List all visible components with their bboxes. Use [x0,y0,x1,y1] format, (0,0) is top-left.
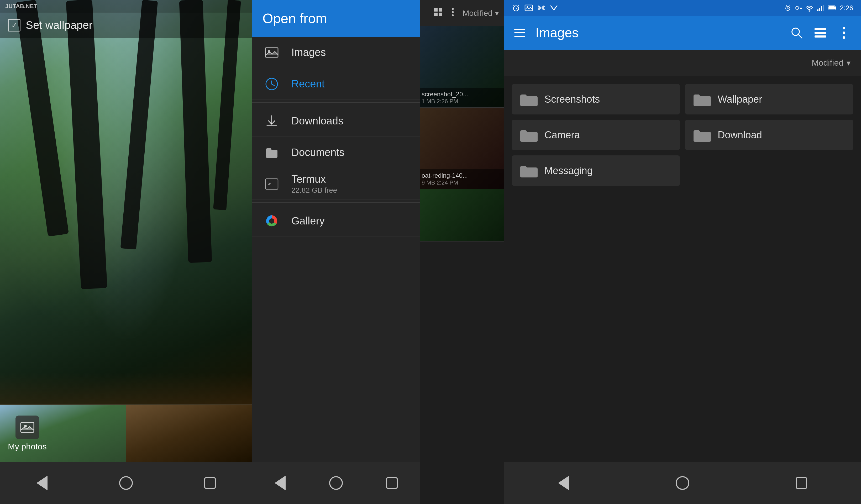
list-view-button[interactable] [811,24,830,42]
my-photos-icon [15,416,39,439]
hamburger-icon [514,29,525,37]
svg-point-36 [809,11,810,12]
svg-rect-42 [835,7,836,9]
svg-rect-4 [434,13,438,16]
recents-button-p1[interactable] [201,474,219,492]
svg-line-13 [272,84,274,85]
svg-rect-39 [821,6,822,11]
bottom-nav-panel3 [504,462,861,504]
svg-rect-2 [434,8,438,12]
folder-name-messaging: Messaging [544,165,593,176]
statusbar-panel3: 2:26 [504,0,861,16]
svg-line-45 [798,35,802,38]
svg-rect-3 [439,8,442,12]
home-icon-p3 [676,476,689,490]
sort-icons [433,8,457,19]
folder-icon-download [693,127,711,142]
wallpaper-toolbar: ✓ Set wallpaper [0,13,252,38]
home-button-p1[interactable] [117,474,135,492]
images-sort-bar: Modified ▾ [504,50,861,76]
recents-icon-p1 [204,477,216,489]
svg-rect-48 [815,36,826,38]
svg-rect-0 [21,422,34,432]
home-button-p3[interactable] [673,474,692,492]
my-photos-button[interactable]: My photos [8,416,47,451]
svg-rect-37 [817,10,819,11]
images-toolbar: Images [504,16,861,50]
drawer-header: Open from [252,0,420,37]
back-button-p1[interactable] [33,474,51,492]
drawer-item-images[interactable]: Images [252,37,420,68]
back-icon-p3 [558,476,569,490]
list-view-icon [814,26,827,40]
back-button-p2[interactable] [271,474,289,492]
butterfly-icon [537,4,546,12]
folder-name-camera: Camera [544,130,580,141]
sort-label[interactable]: Modified [463,9,492,17]
bottom-nav-panel2 [252,462,420,504]
folder-item-download[interactable]: Download [685,120,853,150]
bg-image-info-2: oat-reding-140... 9 MB 2:24 PM [418,169,504,189]
drawer-panel: Open from Images [252,0,420,504]
home-icon-p2 [329,476,343,490]
image-app-icon [524,4,533,12]
statusbar-panel1: JUTAB.NET [0,0,252,13]
more-icon [837,26,851,40]
recents-icon-p2 [386,477,398,489]
drawer-item-documents[interactable]: Documents [252,137,420,168]
svg-line-24 [518,5,519,6]
more-options-button[interactable] [835,24,853,42]
folders-grid: Screenshots Wallpaper Camera Download [504,76,861,462]
folder-name-wallpaper: Wallpaper [718,94,762,105]
grid-view-icon[interactable] [433,8,443,19]
folder-item-messaging[interactable]: Messaging [512,155,680,186]
home-button-p2[interactable] [327,474,345,492]
recents-button-p3[interactable] [792,474,810,492]
drawer-item-label-termux: Termux [291,173,337,185]
folder-item-screenshots[interactable]: Screenshots [512,84,680,114]
panel-drawer: Modified ▾ screenshot_20... 1 MB 2:26 PM… [252,0,504,504]
recents-button-p2[interactable] [383,474,401,492]
folder-item-camera[interactable]: Camera [512,120,680,150]
svg-line-30 [786,5,787,6]
drawer-list: Images Recent [252,37,420,504]
documents-folder-icon [262,143,281,162]
bg-image-item-1[interactable]: screenshot_20... 1 MB 2:26 PM [418,26,504,108]
back-icon-p1 [37,476,47,490]
terminal-icon: >_ [262,175,281,193]
v-icon [550,4,558,12]
drawer-item-label-documents: Documents [291,147,344,158]
statusbar-left-icons [512,4,558,12]
bg-image-item-2[interactable]: oat-reding-140... 9 MB 2:24 PM [418,108,504,189]
my-photos-label: My photos [8,442,47,451]
menu-icon[interactable] [512,25,528,41]
bg-image-item-3[interactable] [418,189,504,242]
checkmark-icon: ✓ [8,19,20,31]
set-wallpaper-label[interactable]: Set wallpaper [26,19,92,31]
termux-storage-sub: 22.82 GB free [291,186,337,194]
clock-icon [262,75,281,93]
thumbnail-2[interactable] [126,405,252,462]
toolbar-title: Images [535,25,788,40]
search-button[interactable] [788,24,806,42]
images-sort-arrow-icon: ▾ [847,58,850,67]
more-options-icon[interactable] [448,8,457,19]
folder-item-wallpaper[interactable]: Wallpaper [685,84,853,114]
bg-image-meta-2: 9 MB 2:24 PM [422,179,500,186]
drawer-item-label-gallery: Gallery [291,215,325,227]
drawer-title: Open from [262,11,327,26]
drawer-item-termux[interactable]: >_ Termux 22.82 GB free [252,168,420,200]
svg-point-6 [452,8,454,10]
drawer-item-label-images: Images [291,46,326,58]
svg-rect-46 [815,28,826,30]
back-button-p3[interactable] [555,474,573,492]
search-icon [790,26,804,40]
svg-point-50 [843,31,845,34]
images-sort-label[interactable]: Modified [812,58,844,68]
drawer-item-downloads[interactable]: Downloads [252,105,420,137]
folder-icon-messaging [520,163,538,178]
folder-icon-camera [520,127,538,142]
drawer-item-gallery[interactable]: Gallery [252,205,420,237]
drawer-item-recent[interactable]: Recent [252,68,420,100]
svg-line-22 [516,9,517,9]
